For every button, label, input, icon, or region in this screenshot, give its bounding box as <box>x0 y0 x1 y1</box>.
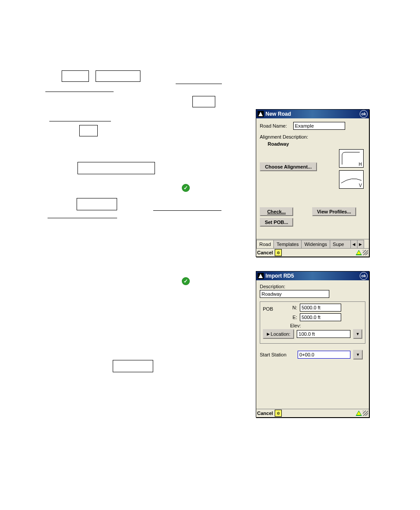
tab-road[interactable]: Road <box>256 240 274 248</box>
pob-label: POB <box>263 304 290 328</box>
check-icon: ✓ <box>182 277 190 285</box>
sun-icon[interactable]: ✲ <box>275 249 282 256</box>
app-icon <box>258 273 264 279</box>
warning-icon[interactable] <box>356 411 362 416</box>
road-name-input[interactable]: Example <box>293 122 345 130</box>
window-title: New Road <box>265 111 291 117</box>
titlebar[interactable]: Import RD5 ok <box>256 272 369 280</box>
tab-templates[interactable]: Templates <box>273 240 302 248</box>
road-name-label: Road Name: <box>260 123 291 128</box>
underline-line <box>176 84 222 84</box>
ok-button[interactable]: ok <box>360 272 368 280</box>
elev-label: Elev: <box>290 323 362 328</box>
alignment-description-value: Roadway <box>268 141 365 147</box>
placeholder-box <box>62 70 89 82</box>
underline-line <box>45 92 114 92</box>
warning-icon[interactable] <box>356 250 362 255</box>
resize-grip <box>363 411 368 416</box>
underline-line <box>48 218 117 218</box>
window-title: Import RD5 <box>265 273 294 279</box>
underline-line <box>49 121 111 121</box>
tab-super[interactable]: Supe <box>330 240 351 248</box>
location-button-label: Location: <box>271 331 291 337</box>
start-station-dropdown-arrow[interactable]: ▼ <box>353 350 363 360</box>
sun-icon[interactable]: ✲ <box>275 410 282 417</box>
cancel-button[interactable]: Cancel <box>257 411 273 416</box>
tabs-row: Road Templates Widenings Supe ◄ ► <box>256 239 369 248</box>
placeholder-box <box>96 70 140 82</box>
new-road-dialog: New Road ok Road Name: Example Alignment… <box>256 109 369 257</box>
import-rd5-dialog: Import RD5 ok Description: Roadway POB N… <box>256 271 369 418</box>
underline-line <box>153 210 221 211</box>
tab-scroll-left[interactable]: ◄ <box>350 240 357 248</box>
check-button[interactable]: Check... <box>260 207 293 216</box>
placeholder-box <box>113 360 153 372</box>
set-pob-button[interactable]: Set POB... <box>260 218 293 227</box>
tab-scroll-right[interactable]: ► <box>357 240 364 248</box>
vertical-thumbnail[interactable]: V <box>339 170 364 189</box>
check-icon: ✓ <box>182 184 190 192</box>
titlebar[interactable]: New Road ok <box>256 110 369 118</box>
resize-grip <box>363 250 368 255</box>
placeholder-box <box>192 96 215 107</box>
alignment-description-label: Alignment Description: <box>260 134 365 139</box>
choose-alignment-button[interactable]: Choose Alignment... <box>260 162 317 171</box>
cancel-button[interactable]: Cancel <box>257 250 273 255</box>
elev-dropdown-arrow[interactable]: ▼ <box>353 329 362 339</box>
thumb-h-label: H <box>359 162 362 167</box>
app-icon <box>258 111 264 117</box>
placeholder-box <box>77 162 155 174</box>
tab-widenings[interactable]: Widenings <box>301 240 330 248</box>
horizontal-thumbnail[interactable]: H <box>339 149 364 168</box>
e-label: E: <box>290 315 297 320</box>
description-label: Description: <box>260 284 365 289</box>
location-button[interactable]: ▶ Location: <box>263 329 294 339</box>
start-station-label: Start Station <box>260 352 295 357</box>
description-input[interactable]: Roadway <box>260 290 329 298</box>
placeholder-box <box>79 125 98 136</box>
view-profiles-button[interactable]: View Profiles... <box>312 207 356 216</box>
placeholder-box <box>77 198 117 210</box>
e-input[interactable]: 5000.0 ft <box>300 313 341 321</box>
n-label: N: <box>290 305 297 310</box>
thumb-v-label: V <box>359 183 362 188</box>
elev-input[interactable]: 100.0 ft <box>297 330 350 338</box>
n-input[interactable]: 5000.0 ft <box>300 304 341 312</box>
ok-button[interactable]: ok <box>360 110 368 118</box>
start-station-input[interactable]: 0+00.0 <box>298 351 350 359</box>
